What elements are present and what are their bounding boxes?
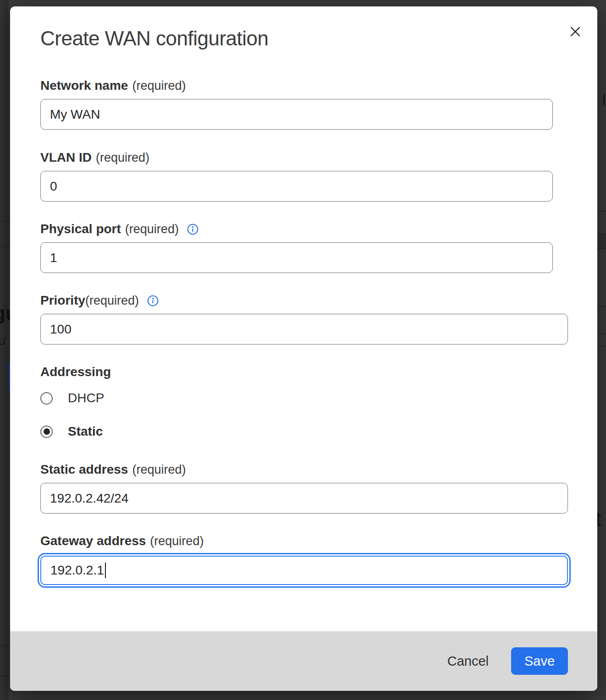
physical-port-label: Physical port (required) [40,221,568,237]
text-cursor [105,563,106,578]
addressing-section: Addressing DHCP Static [40,364,568,439]
background-strip [0,0,4,700]
dialog-footer: Cancel Save [10,631,597,691]
static-address-label: Static address (required) [40,462,568,477]
required-hint: (required) [96,150,149,165]
radio-label: DHCP [68,391,104,405]
background-divider [597,248,606,249]
priority-label: Priority (required) [40,293,568,308]
field-priority: Priority (required) [40,293,568,345]
gateway-address-input[interactable]: 192.0.2.1 [40,556,568,585]
field-vlan-id: VLAN ID (required) [40,150,568,202]
required-hint: (required) [132,78,186,93]
background-scrollbar-strip [4,0,9,700]
gateway-address-value: 192.0.2.1 [50,563,104,578]
create-wan-dialog: Create WAN configuration Network name (r… [10,6,597,691]
required-hint: (required) [85,293,139,308]
background-divider [597,306,606,307]
physical-port-input[interactable] [40,242,553,273]
dialog-title: Create WAN configuration [40,27,568,50]
radio-option-static[interactable]: Static [40,424,568,439]
required-hint: (required) [125,221,179,237]
static-address-input[interactable] [40,483,568,514]
network-name-label: Network name (required) [40,78,568,93]
background-divider [0,645,10,646]
close-button[interactable] [567,23,584,40]
required-hint: (required) [132,462,186,477]
radio-dot [44,428,50,435]
save-button[interactable]: Save [511,647,568,675]
info-icon[interactable] [187,224,198,235]
cancel-button[interactable]: Cancel [447,654,489,669]
background-divider [0,246,10,247]
gateway-address-label: Gateway address (required) [40,533,568,549]
close-icon [568,25,582,38]
background-divider [597,346,606,347]
vlan-id-input[interactable] [40,171,553,202]
addressing-heading: Addressing [40,364,568,380]
background-text-fragment: u [0,333,6,348]
background-divider [0,676,10,677]
radio-button-unselected[interactable] [40,392,53,405]
radio-button-selected[interactable] [40,426,53,438]
background-divider [597,334,606,334]
required-hint: (required) [150,533,204,549]
vlan-id-label: VLAN ID (required) [40,150,568,165]
background-divider [597,211,606,212]
network-name-input[interactable] [40,99,553,130]
background-row-band [597,235,606,248]
info-icon[interactable] [147,295,159,306]
radio-option-dhcp[interactable]: DHCP [40,390,568,406]
priority-input[interactable] [40,314,568,345]
field-static-address: Static address (required) [40,462,568,514]
field-physical-port: Physical port (required) [40,221,568,273]
background-divider [0,221,10,222]
field-network-name: Network name (required) [40,78,568,130]
radio-label: Static [68,424,103,439]
field-gateway-address: Gateway address (required) 192.0.2.1 [40,533,568,585]
background-divider [597,234,606,235]
